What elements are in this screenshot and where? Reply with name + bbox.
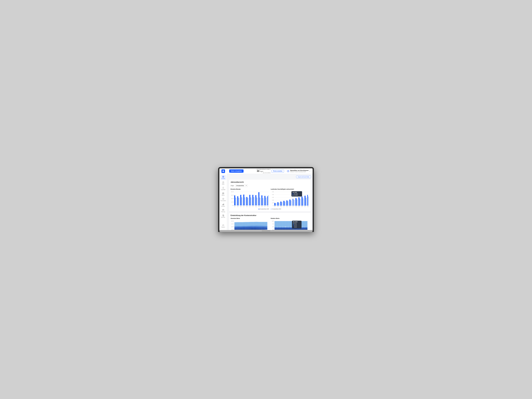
svg-text:0 T€: 0 T€	[232, 205, 234, 206]
svg-text:Mai: Mai	[286, 206, 288, 207]
svg-text:Apr: Apr	[243, 206, 245, 207]
svg-text:Okt: Okt	[301, 206, 303, 207]
svg-rect-82	[287, 201, 288, 206]
svg-rect-43	[261, 195, 262, 205]
svg-text:Apr: Apr	[283, 206, 285, 207]
relative-werte-chart: 100% 75% 50% 25%	[271, 220, 309, 230]
sidebar-item-analyse[interactable]: Analyse	[220, 203, 226, 208]
user-name: Maximillian von Hirschhausen	[290, 170, 309, 171]
svg-point-169	[296, 227, 297, 227]
zeige-select[interactable]: Umsatzerlöse Gesamtleistung Rohergebnis	[235, 184, 248, 187]
chart-legend: Umsatzerlöse 2020 Umsatzerlöse 2019	[231, 209, 309, 210]
svg-rect-84	[291, 200, 291, 206]
svg-rect-86	[294, 200, 295, 206]
sidebar-label-analyse: Analyse	[221, 206, 225, 207]
svg-point-168	[293, 227, 294, 227]
daten-einspielen-button[interactable]: Daten einspielen	[229, 169, 244, 173]
svg-rect-26	[235, 198, 236, 205]
svg-rect-11	[223, 204, 224, 205]
sidebar-item-kennzahlen[interactable]: Kennzahlen	[220, 197, 226, 202]
laufendes-section: Laufendes Geschäftsjahr aufsummiert	[271, 188, 309, 208]
sidebar-item-bwa[interactable]: BWA	[220, 180, 226, 186]
svg-rect-94	[306, 198, 307, 206]
svg-rect-93	[304, 196, 305, 206]
user-avatar	[287, 170, 290, 173]
svg-text:Aug: Aug	[295, 206, 297, 207]
sidebar-item-liquiditaet[interactable]: Liquidität	[220, 186, 226, 191]
preise-ansehen-button[interactable]: Preise ansehen	[272, 170, 284, 173]
sidebar-item-berichte[interactable]: Berichte	[220, 214, 226, 219]
legend-label-2019: Umsatzerlöse 2019	[272, 209, 281, 210]
svg-rect-85	[292, 199, 293, 206]
app-logo	[222, 169, 225, 173]
svg-rect-75	[277, 202, 278, 206]
user-menu[interactable]: Maximillian von Hirschhausen Efficient F…	[287, 170, 310, 173]
svg-text:50%: 50%	[272, 226, 274, 227]
svg-rect-77	[280, 202, 281, 206]
sidebar-item-planung[interactable]: Planung	[220, 208, 226, 213]
user-info-block: Maximillian von Hirschhausen Efficient F…	[290, 170, 309, 172]
svg-rect-47	[267, 196, 268, 205]
svg-text:Jul: Jul	[252, 206, 253, 207]
legend-item-2019: Umsatzerlöse 2019	[271, 209, 281, 210]
svg-text:500 T€: 500 T€	[231, 191, 234, 192]
svg-point-1	[223, 171, 223, 171]
svg-rect-78	[281, 202, 282, 206]
svg-rect-32	[244, 197, 245, 206]
svg-text:Mai: Mai	[246, 206, 247, 207]
svg-rect-34	[247, 198, 248, 205]
svg-rect-44	[262, 198, 263, 205]
svg-rect-38	[253, 197, 254, 205]
svg-point-171	[302, 227, 302, 227]
cost-charts-row: Absolute Werte 500	[231, 218, 309, 230]
svg-text:Jun: Jun	[289, 206, 291, 207]
svg-rect-37	[252, 195, 253, 205]
svg-text:125 T€: 125 T€	[231, 201, 234, 203]
svg-rect-73	[274, 203, 275, 206]
svg-text:Feb: Feb	[237, 206, 239, 207]
svg-rect-45	[264, 196, 265, 205]
app-header: Daten einspielen Ihr Probezeitraum endet…	[227, 168, 313, 174]
svg-rect-90	[300, 199, 301, 206]
main-content: Export als Excel-Datei Jahresübersicht Z…	[227, 174, 313, 230]
svg-text:Nov: Nov	[264, 206, 266, 207]
svg-rect-89	[298, 197, 299, 206]
svg-rect-3	[223, 176, 224, 177]
svg-rect-91	[302, 196, 303, 206]
svg-rect-40	[256, 197, 257, 205]
svg-rect-33	[246, 197, 247, 205]
export-excel-button[interactable]: Export als Excel-Datei	[296, 176, 311, 178]
sidebar-label-kennzahlen: Kennzahlen	[220, 200, 226, 201]
svg-point-161	[274, 227, 275, 227]
svg-rect-42	[260, 198, 260, 205]
svg-text:0 €: 0 €	[272, 205, 274, 206]
sidebar-item-cockpit[interactable]: Cockpit	[220, 175, 226, 180]
svg-rect-12	[222, 209, 224, 211]
sidebar-item-bilanz[interactable]: Bilanz	[220, 191, 226, 197]
svg-text:100%: 100%	[272, 221, 274, 222]
svg-rect-28	[238, 198, 239, 205]
svg-text:Jul: Jul	[292, 206, 294, 207]
sidebar-item-support[interactable]: Support	[220, 223, 226, 228]
laufendes-title: Laufendes Geschäftsjahr aufsummiert	[271, 188, 309, 190]
svg-rect-76	[279, 203, 279, 206]
svg-text:Okt: Okt	[261, 206, 263, 207]
sidebar-label-planung: Planung	[221, 211, 225, 212]
svg-text:Feb: Feb	[277, 206, 279, 207]
sidebar-label-liquiditaet: Liquidität	[221, 189, 225, 190]
laptop-base	[219, 230, 313, 232]
svg-rect-27	[237, 196, 238, 205]
sidebar-label-cockpit: Cockpit	[222, 178, 225, 179]
svg-rect-35	[249, 195, 250, 205]
sidebar-label-support: Support	[221, 227, 225, 228]
svg-text:500 T€: 500 T€	[231, 221, 234, 222]
svg-point-162	[277, 227, 278, 227]
svg-text:25%: 25%	[272, 229, 274, 230]
svg-rect-48	[268, 195, 269, 205]
svg-text:375 T€: 375 T€	[231, 195, 234, 196]
svg-text:Mär: Mär	[280, 206, 282, 207]
sidebar: Cockpit BWA Liquidität	[219, 168, 227, 230]
trial-date: (bis 23.10.2021)	[257, 172, 271, 173]
svg-text:250 T€: 250 T€	[231, 226, 234, 227]
svg-rect-39	[255, 195, 256, 205]
